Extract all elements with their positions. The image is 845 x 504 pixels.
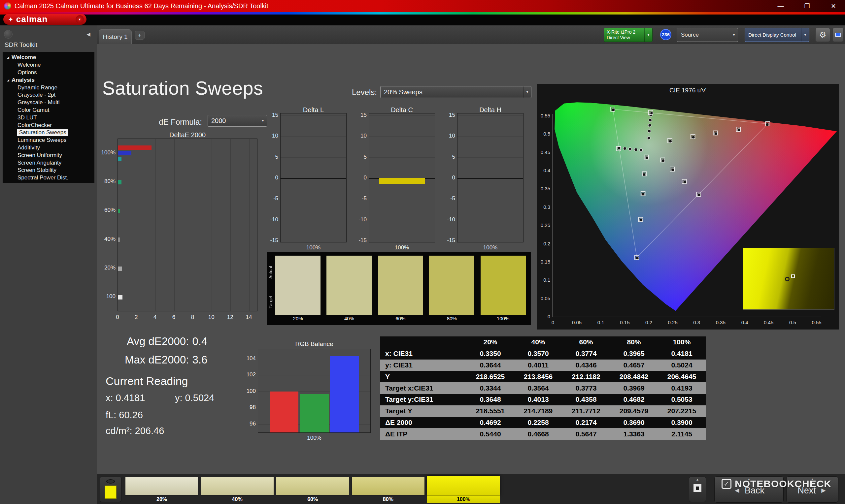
sidebar-item-label: Color Gamut xyxy=(17,107,49,113)
levels-dropdown[interactable]: 20% Sweeps ▼ xyxy=(380,86,531,98)
y-tick-label: 0 xyxy=(537,314,550,319)
sidebar-item-color-gamut[interactable]: Color Gamut xyxy=(3,107,94,114)
pattern-tile-20%[interactable]: 20% xyxy=(125,477,198,503)
gridline xyxy=(369,220,435,220)
y-tick-label: 5 xyxy=(352,154,367,160)
swatch-comparison-panel: Actual Target 20%40%60%80%100% xyxy=(267,252,531,325)
table-header-cell: 60% xyxy=(562,337,610,348)
y-tick-label: 102 xyxy=(243,372,256,378)
sidebar-item-colorchecker[interactable]: ColorChecker xyxy=(3,121,94,129)
display-button[interactable] xyxy=(832,28,844,42)
saturation-swatch xyxy=(429,256,474,315)
table-cell: 209.4579 xyxy=(610,406,658,417)
workflow-home-icon[interactable] xyxy=(4,30,13,39)
sidebar-item-options[interactable]: Options xyxy=(3,69,94,76)
sidebar-item-grayscale-multi[interactable]: Grayscale - Multi xyxy=(3,99,94,107)
table-row-label: Target Y xyxy=(380,406,466,417)
x-tick-label: 0.35 xyxy=(712,320,729,325)
pattern-tile-swatch xyxy=(352,477,425,496)
sidebar-item-screen-stability[interactable]: Screen Stability xyxy=(3,166,94,174)
settings-button[interactable]: ⚙ xyxy=(815,28,830,42)
pattern-tile-60%[interactable]: 60% xyxy=(276,477,349,503)
sidebar-item-grayscale-2pt[interactable]: Grayscale - 2pt xyxy=(3,91,94,99)
pattern-window-button[interactable]: ▲ xyxy=(689,476,706,502)
minimize-button[interactable]: — xyxy=(774,2,788,10)
bar xyxy=(330,356,359,433)
table-cell: 0.3350 xyxy=(466,348,514,360)
gridline xyxy=(281,136,346,137)
y-tick-label: 80% xyxy=(97,178,116,185)
sidebar-item-label: Additivity xyxy=(17,144,40,151)
x-tick-label: 0.2 xyxy=(641,320,657,325)
chevron-down-icon[interactable]: ▼ xyxy=(523,86,531,97)
cie-target-marker xyxy=(691,134,695,139)
pattern-tile-100%[interactable]: 100% xyxy=(427,475,500,503)
gridline xyxy=(193,139,193,311)
sidebar-collapse-button[interactable]: ◀ xyxy=(83,29,94,39)
sidebar-item-spectral-power-dist[interactable]: Spectral Power Dist. xyxy=(3,174,94,182)
sidebar-item-saturation-sweeps[interactable]: Saturation Sweeps xyxy=(3,129,94,137)
gridline xyxy=(369,157,435,158)
add-tab-button[interactable]: + xyxy=(135,31,145,40)
saturation-swatch xyxy=(327,256,372,315)
cie-target-marker xyxy=(638,217,642,222)
meter-label: X-Rite i1Pro 2 Direct View xyxy=(604,28,644,41)
chevron-down-icon[interactable]: ▼ xyxy=(644,28,652,41)
de-formula-dropdown[interactable]: 2000 ▼ xyxy=(208,115,267,127)
sidebar-item-welcome[interactable]: ◢Welcome xyxy=(3,54,94,61)
sidebar-item-screen-angularity[interactable]: Screen Angularity xyxy=(3,159,94,166)
table-cell: 218.5551 xyxy=(466,406,514,417)
table-cell: 0.4193 xyxy=(658,382,706,394)
x-tick-label: 6 xyxy=(168,314,180,321)
table-cell: 0.3644 xyxy=(466,360,514,371)
table-cell: 0.3900 xyxy=(658,417,706,429)
source-dropdown[interactable]: Source ▼ xyxy=(677,28,738,42)
sidebar-item-luminance-sweeps[interactable]: Luminance Sweeps xyxy=(3,137,94,144)
current-pattern-button[interactable] xyxy=(100,476,122,502)
sidebar-item-additivity[interactable]: Additivity xyxy=(3,144,94,152)
cie-target-marker xyxy=(611,107,615,111)
bar xyxy=(118,157,122,161)
y-tick-label: 0.35 xyxy=(537,186,550,191)
meter-dropdown[interactable]: X-Rite i1Pro 2 Direct View ▼ xyxy=(604,28,653,42)
y-tick-label: 100 xyxy=(97,293,116,300)
calman-logo[interactable]: ✦ calman ▼ xyxy=(3,14,87,25)
max-de-reading: Max dE2000:3.6 xyxy=(125,354,207,366)
current-y-value: y: 0.5024 xyxy=(175,393,214,403)
display-control-dropdown[interactable]: Direct Display Control ▼ xyxy=(745,28,809,42)
chevron-down-icon[interactable]: ▼ xyxy=(801,28,809,41)
sidebar-item-welcome[interactable]: Welcome xyxy=(3,61,94,69)
tree-expander-icon[interactable]: ◢ xyxy=(7,78,9,82)
logo-menu-button[interactable]: ▼ xyxy=(75,15,84,23)
maximize-button[interactable]: ❐ xyxy=(800,2,814,10)
table-cell: 211.7712 xyxy=(562,406,610,417)
table-header-cell: 100% xyxy=(658,337,706,348)
sidebar-item-3d-lut[interactable]: 3D LUT xyxy=(3,114,94,121)
sidebar-item-screen-uniformity[interactable]: Screen Uniformity xyxy=(3,151,94,159)
cie-zoom-inset xyxy=(743,248,834,310)
pattern-tile-80%[interactable]: 80% xyxy=(352,477,425,503)
pattern-tile-40%[interactable]: 40% xyxy=(201,477,274,503)
table-cell: 0.5647 xyxy=(562,428,610,440)
close-button[interactable]: ✕ xyxy=(827,2,840,10)
tree-expander-icon[interactable]: ◢ xyxy=(7,56,9,59)
gridline xyxy=(249,139,249,311)
y-tick-label: -15 xyxy=(264,237,278,244)
table-cell: 207.2215 xyxy=(658,406,706,417)
de-formula-label: dE Formula: xyxy=(136,118,202,127)
table-row: Target y:CIE310.36480.40130.43580.46820.… xyxy=(380,394,706,406)
gridline xyxy=(369,136,435,137)
table-cell: 0.3774 xyxy=(562,348,610,360)
chevron-down-icon[interactable]: ▼ xyxy=(730,28,738,41)
table-cell: 214.7189 xyxy=(514,406,562,417)
cie-measurement-point xyxy=(623,147,626,150)
pattern-tile-label: 80% xyxy=(352,496,425,503)
tab-history-1[interactable]: History 1 xyxy=(99,29,132,44)
sidebar-item-analysis[interactable]: ◢Analysis xyxy=(3,76,94,84)
table-cell: 0.3648 xyxy=(466,394,514,406)
reading-count-badge: 236 xyxy=(660,29,671,40)
sidebar-item-dynamic-range[interactable]: Dynamic Range xyxy=(3,84,94,91)
swatch-label: 80% xyxy=(429,316,474,321)
table-row-label: Y xyxy=(380,371,466,382)
table-header-cell: 40% xyxy=(514,337,562,348)
